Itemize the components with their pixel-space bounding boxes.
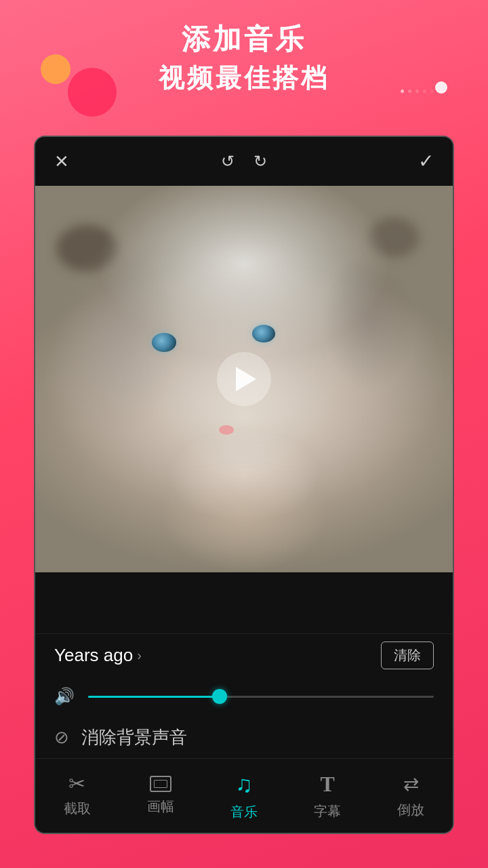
play-button[interactable] bbox=[217, 352, 271, 406]
toolbar-left: ✕ bbox=[54, 153, 69, 170]
header-line1: 添加音乐 bbox=[0, 20, 488, 58]
header-text: 添加音乐 视频最佳搭档 bbox=[0, 20, 488, 96]
nav-label-frame: 画幅 bbox=[147, 797, 174, 816]
volume-icon: 🔊 bbox=[54, 687, 75, 706]
volume-slider[interactable] bbox=[88, 696, 434, 698]
nav-label-music: 音乐 bbox=[230, 803, 258, 821]
volume-slider-fill bbox=[88, 696, 220, 698]
toolbar-right: ✓ bbox=[418, 152, 434, 171]
reverse-icon: ⇄ bbox=[403, 773, 419, 795]
cat-eye-left bbox=[152, 333, 176, 352]
nav-label-cut: 截取 bbox=[64, 800, 91, 818]
nav-item-music[interactable]: ♫ 音乐 bbox=[214, 771, 274, 821]
undo-button[interactable]: ↺ bbox=[221, 153, 235, 170]
toolbar-center: ↺ ↻ bbox=[221, 153, 267, 170]
chevron-right-icon: › bbox=[137, 648, 142, 663]
nav-item-reverse[interactable]: ⇄ 倒放 bbox=[380, 773, 441, 819]
nav-label-subtitle: 字幕 bbox=[314, 802, 341, 821]
mute-label: 消除背景声音 bbox=[81, 726, 187, 749]
mute-bg-row[interactable]: ⊘ 消除背景声音 bbox=[35, 716, 453, 758]
play-icon bbox=[236, 367, 256, 391]
music-title-area[interactable]: Years ago › bbox=[54, 645, 142, 666]
frame-icon bbox=[150, 776, 171, 792]
toolbar: ✕ ↺ ↻ ✓ bbox=[35, 137, 453, 186]
nav-item-subtitle[interactable]: T 字幕 bbox=[297, 772, 358, 821]
mute-icon: ⊘ bbox=[54, 727, 69, 748]
scissors-icon: ✂ bbox=[68, 774, 85, 794]
nav-item-cut[interactable]: ✂ 截取 bbox=[47, 774, 108, 818]
header-line2: 视频最佳搭档 bbox=[0, 61, 488, 96]
redo-button[interactable]: ↻ bbox=[253, 153, 267, 170]
nav-item-frame[interactable]: 画幅 bbox=[130, 776, 191, 816]
music-info-row: Years ago › 清除 bbox=[35, 633, 453, 677]
confirm-button[interactable]: ✓ bbox=[418, 152, 434, 171]
music-icon: ♫ bbox=[235, 771, 253, 797]
bottom-nav: ✂ 截取 画幅 ♫ 音乐 T 字幕 ⇄ 倒放 bbox=[35, 758, 453, 833]
volume-slider-thumb[interactable] bbox=[212, 689, 227, 704]
main-card: ✕ ↺ ↻ ✓ Years ago › 清除 bbox=[34, 136, 454, 834]
clear-music-button[interactable]: 清除 bbox=[381, 642, 434, 669]
close-button[interactable]: ✕ bbox=[54, 153, 69, 170]
music-title: Years ago bbox=[54, 645, 133, 666]
video-bottom-bar bbox=[35, 572, 453, 633]
text-icon: T bbox=[320, 772, 334, 797]
video-area bbox=[35, 186, 453, 572]
nav-label-reverse: 倒放 bbox=[397, 801, 424, 819]
volume-row: 🔊 bbox=[35, 677, 453, 716]
